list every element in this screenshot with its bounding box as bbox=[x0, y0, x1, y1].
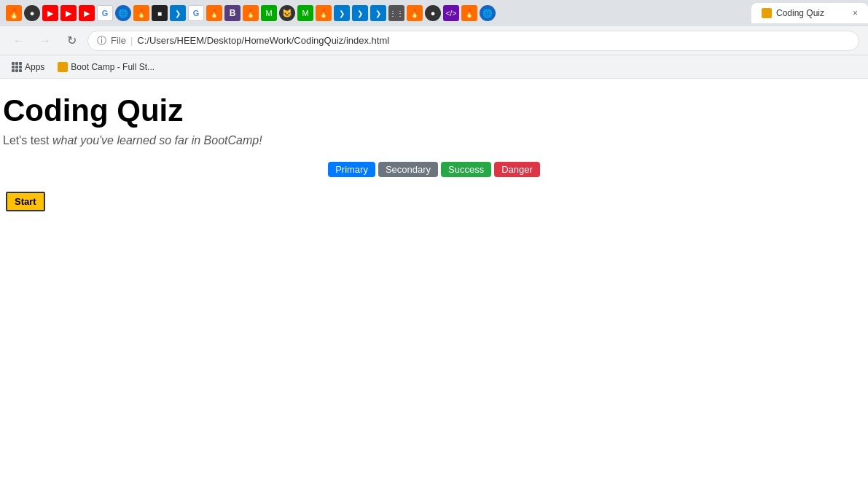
toolbar-icon-black[interactable]: ■ bbox=[152, 5, 168, 21]
toolbar-icon-grid[interactable]: ⋮⋮ bbox=[388, 5, 404, 21]
badge-danger: Danger bbox=[494, 162, 540, 177]
toolbar-icon-green2[interactable]: M bbox=[297, 5, 313, 21]
tab-favicon bbox=[762, 8, 772, 18]
toolbar-icon-yt3[interactable]: ▶ bbox=[79, 5, 95, 21]
bookmark-favicon bbox=[58, 62, 68, 72]
toolbar-icon-orange2[interactable]: 🔥 bbox=[206, 5, 222, 21]
toolbar-icon-vscode3[interactable]: ❯ bbox=[352, 5, 368, 21]
badge-success: Success bbox=[441, 162, 491, 177]
address-bar[interactable]: ⓘ File | C:/Users/HEEM/Desktop/HomeWork/… bbox=[87, 31, 859, 51]
tab-close-icon[interactable]: × bbox=[853, 8, 858, 18]
subtitle-start: Let's test bbox=[3, 134, 52, 147]
start-button[interactable]: Start bbox=[6, 192, 45, 211]
toolbar-icon-orange6[interactable]: 🔥 bbox=[461, 5, 477, 21]
apps-label: Apps bbox=[25, 62, 44, 72]
tab-title: Coding Quiz bbox=[776, 8, 824, 18]
reload-button[interactable]: ↻ bbox=[61, 31, 82, 51]
address-separator: | bbox=[130, 35, 133, 46]
forward-button[interactable]: → bbox=[35, 31, 55, 51]
toolbar-icon-vscode4[interactable]: ❯ bbox=[370, 5, 386, 21]
apps-button[interactable]: Apps bbox=[7, 60, 49, 74]
toolbar-icon-orange1[interactable]: 🔥 bbox=[133, 5, 149, 21]
toolbar-icon-orange5[interactable]: 🔥 bbox=[407, 5, 423, 21]
toolbar-icon-orange3[interactable]: 🔥 bbox=[243, 5, 259, 21]
toolbar-icon-google1[interactable]: G bbox=[97, 5, 113, 21]
toolbar-icon-yt2[interactable]: ▶ bbox=[60, 5, 77, 21]
toolbar-icon-google2[interactable]: G bbox=[188, 5, 204, 21]
toolbar-icon-github[interactable]: ● bbox=[24, 5, 40, 21]
badges-row: Primary Secondary Success Danger bbox=[0, 162, 868, 177]
bookmark-label: Boot Camp - Full St... bbox=[71, 62, 155, 72]
back-button[interactable]: ← bbox=[9, 31, 29, 51]
subtitle-italic: what you've learned so far in BootCamp! bbox=[52, 134, 262, 147]
toolbar-icon-code[interactable]: </> bbox=[443, 5, 459, 21]
toolbar-icon-vscode1[interactable]: ❯ bbox=[170, 5, 186, 21]
toolbar-icon-green1[interactable]: M bbox=[261, 5, 277, 21]
toolbar-icon-1[interactable]: 🔥 bbox=[6, 5, 22, 21]
info-icon: ⓘ bbox=[97, 34, 106, 47]
bookmark-item-bootcamp[interactable]: Boot Camp - Full St... bbox=[52, 60, 160, 74]
toolbar-icon-globe2[interactable]: 🌐 bbox=[480, 5, 496, 21]
nav-bar: ← → ↻ ⓘ File | C:/Users/HEEM/Desktop/Hom… bbox=[0, 26, 868, 55]
toolbar-icon-orange4[interactable]: 🔥 bbox=[316, 5, 332, 21]
page-title: Coding Quiz bbox=[0, 93, 868, 128]
toolbar-icon-github2[interactable]: ● bbox=[425, 5, 441, 21]
bookmarks-bar: Apps Boot Camp - Full St... bbox=[0, 55, 868, 79]
file-label: File bbox=[111, 35, 126, 46]
badge-primary: Primary bbox=[328, 162, 375, 177]
toolbar-icon-vscode2[interactable]: ❯ bbox=[334, 5, 350, 21]
badge-secondary: Secondary bbox=[378, 162, 438, 177]
toolbar-icon-yt1[interactable]: ▶ bbox=[42, 5, 58, 21]
toolbar-icon-globe1[interactable]: 🌐 bbox=[115, 5, 131, 21]
page-subtitle: Let's test what you've learned so far in… bbox=[0, 134, 868, 147]
apps-grid-icon bbox=[12, 62, 22, 72]
toolbar-icon-dark1[interactable]: 🐱 bbox=[279, 5, 295, 21]
toolbar-icon-bootstrap[interactable]: B bbox=[224, 5, 241, 21]
address-text: C:/Users/HEEM/Desktop/HomeWork/CodingQui… bbox=[137, 35, 389, 46]
page-content: Coding Quiz Let's test what you've learn… bbox=[0, 79, 868, 443]
